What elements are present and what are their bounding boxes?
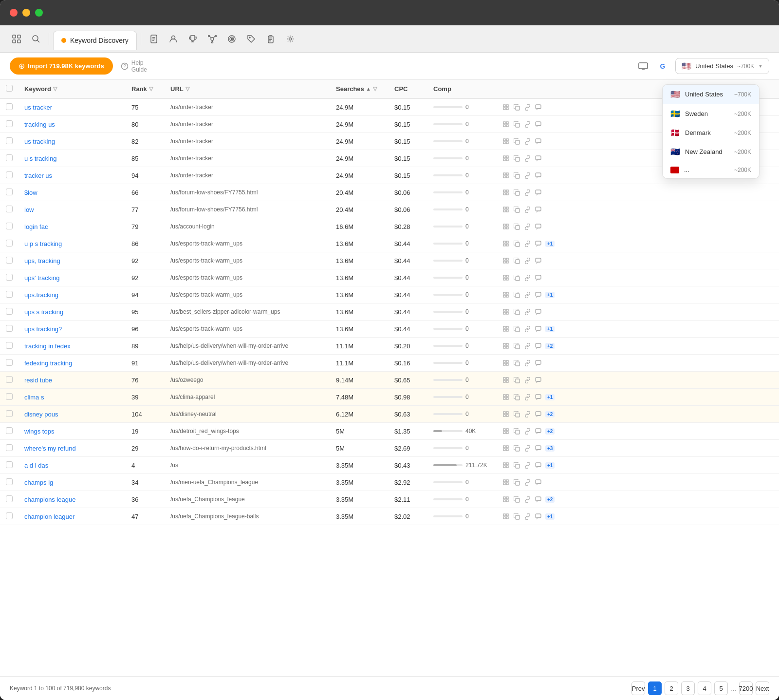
- keyword-cell[interactable]: champs lg: [19, 474, 126, 491]
- country-option-se[interactable]: 🇸🇪 Sweden ~200K: [663, 104, 759, 123]
- row-checkbox[interactable]: [6, 512, 13, 519]
- copy-icon[interactable]: [512, 495, 521, 504]
- chat-icon[interactable]: [534, 444, 542, 453]
- tab-icon-clipboard[interactable]: [262, 30, 279, 48]
- chat-icon[interactable]: [534, 103, 542, 112]
- chat-icon[interactable]: [534, 427, 542, 435]
- grid-icon[interactable]: [501, 256, 510, 265]
- chat-icon[interactable]: [534, 222, 542, 231]
- grid-icon[interactable]: [501, 137, 510, 146]
- url-cell[interactable]: /us/order-tracker: [165, 116, 330, 133]
- chat-icon[interactable]: [534, 307, 542, 316]
- url-cell[interactable]: /us/clima-apparel: [165, 389, 330, 406]
- tab-icon-grid[interactable]: [8, 30, 25, 48]
- page-2-button[interactable]: 2: [665, 681, 678, 695]
- chat-icon[interactable]: [534, 478, 542, 487]
- url-cell[interactable]: /us/forum-low-shoes/FY7755.html: [165, 184, 330, 201]
- url-filter-icon[interactable]: ▽: [185, 86, 189, 92]
- link-icon[interactable]: [523, 205, 532, 214]
- row-checkbox[interactable]: [6, 427, 13, 434]
- row-checkbox[interactable]: [6, 154, 13, 161]
- row-checkbox[interactable]: [6, 291, 13, 298]
- keyword-cell[interactable]: ups.tracking: [19, 286, 126, 303]
- link-icon[interactable]: [523, 376, 532, 384]
- grid-icon[interactable]: [501, 495, 510, 504]
- google-icon[interactable]: G: [656, 59, 669, 73]
- tab-keyword-discovery[interactable]: Keyword Discovery: [53, 31, 137, 50]
- keyword-cell[interactable]: u p s tracking: [19, 235, 126, 252]
- keyword-cell[interactable]: fedexing tracking: [19, 355, 126, 372]
- select-all-checkbox[interactable]: [6, 85, 13, 92]
- link-icon[interactable]: [523, 427, 532, 435]
- grid-icon[interactable]: [501, 410, 510, 418]
- keyword-cell[interactable]: tracking in fedex: [19, 338, 126, 355]
- chat-icon[interactable]: [534, 290, 542, 299]
- row-checkbox[interactable]: [6, 103, 13, 110]
- url-cell[interactable]: /us/help/us-delivery/when-will-my-order-…: [165, 355, 330, 372]
- keyword-cell[interactable]: ups, tracking: [19, 252, 126, 269]
- copy-icon[interactable]: [512, 290, 521, 299]
- chat-icon[interactable]: [534, 512, 542, 521]
- keyword-cell[interactable]: us tracker: [19, 98, 126, 116]
- last-page-button[interactable]: 7200: [739, 681, 753, 695]
- import-button[interactable]: ⊕ Import 719.98K keywords: [10, 57, 113, 75]
- link-icon[interactable]: [523, 273, 532, 282]
- url-cell[interactable]: /us/uefa_Champions_league: [165, 491, 330, 508]
- keyword-filter-icon[interactable]: ▽: [53, 86, 57, 92]
- keyword-cell[interactable]: low: [19, 201, 126, 218]
- chat-icon[interactable]: [534, 256, 542, 265]
- maximize-button[interactable]: [35, 9, 43, 17]
- keyword-cell[interactable]: resid tube: [19, 372, 126, 389]
- tab-icon-target[interactable]: [223, 30, 241, 48]
- link-icon[interactable]: [523, 359, 532, 367]
- row-checkbox[interactable]: [6, 325, 13, 332]
- grid-icon[interactable]: [501, 171, 510, 180]
- row-checkbox[interactable]: [6, 495, 13, 502]
- keyword-cell[interactable]: champions league: [19, 491, 126, 508]
- grid-icon[interactable]: [501, 478, 510, 487]
- copy-icon[interactable]: [512, 427, 521, 435]
- chat-icon[interactable]: [534, 205, 542, 214]
- grid-icon[interactable]: [501, 205, 510, 214]
- link-icon[interactable]: [523, 461, 532, 470]
- url-cell[interactable]: /us: [165, 457, 330, 474]
- keyword-cell[interactable]: u s tracking: [19, 150, 126, 167]
- chat-icon[interactable]: [534, 120, 542, 129]
- chat-icon[interactable]: [534, 393, 542, 401]
- copy-icon[interactable]: [512, 307, 521, 316]
- grid-icon[interactable]: [501, 290, 510, 299]
- grid-icon[interactable]: [501, 188, 510, 197]
- grid-icon[interactable]: [501, 222, 510, 231]
- tab-icon-tag[interactable]: [242, 30, 260, 48]
- row-checkbox[interactable]: [6, 137, 13, 144]
- copy-icon[interactable]: [512, 324, 521, 333]
- chat-icon[interactable]: [534, 341, 542, 350]
- url-cell[interactable]: /us/help/us-delivery/when-will-my-order-…: [165, 338, 330, 355]
- link-icon[interactable]: [523, 512, 532, 521]
- url-cell[interactable]: /us/ozweego: [165, 372, 330, 389]
- row-checkbox[interactable]: [6, 410, 13, 417]
- url-cell[interactable]: /us/uefa_Champions_league-balls: [165, 508, 330, 525]
- next-page-button[interactable]: Next: [756, 681, 769, 695]
- keyword-cell[interactable]: where's my refund: [19, 440, 126, 457]
- link-icon[interactable]: [523, 478, 532, 487]
- page-4-button[interactable]: 4: [698, 681, 711, 695]
- row-checkbox[interactable]: [6, 359, 13, 366]
- copy-icon[interactable]: [512, 273, 521, 282]
- row-checkbox[interactable]: [6, 171, 13, 178]
- url-cell[interactable]: /us/order-tracker: [165, 167, 330, 184]
- page-3-button[interactable]: 3: [681, 681, 695, 695]
- link-icon[interactable]: [523, 103, 532, 112]
- url-cell[interactable]: /us/detroit_red_wings-tops: [165, 423, 330, 440]
- copy-icon[interactable]: [512, 171, 521, 180]
- row-checkbox[interactable]: [6, 444, 13, 451]
- copy-icon[interactable]: [512, 444, 521, 453]
- keyword-cell[interactable]: clima s: [19, 389, 126, 406]
- copy-icon[interactable]: [512, 376, 521, 384]
- copy-icon[interactable]: [512, 103, 521, 112]
- grid-icon[interactable]: [501, 307, 510, 316]
- close-button[interactable]: [10, 9, 18, 17]
- keyword-cell[interactable]: ups tracking?: [19, 321, 126, 338]
- row-checkbox[interactable]: [6, 308, 13, 315]
- row-checkbox[interactable]: [6, 206, 13, 212]
